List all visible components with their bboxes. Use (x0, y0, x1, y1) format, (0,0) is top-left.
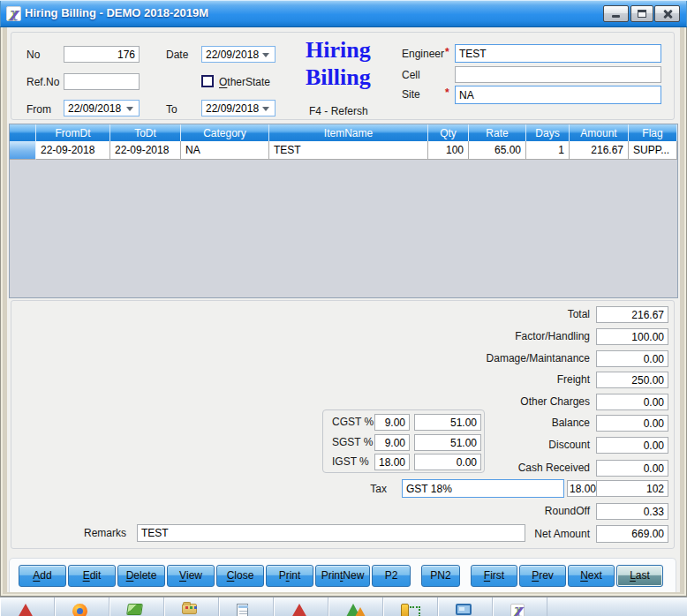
last-button[interactable]: Last (616, 565, 663, 587)
minimize-button[interactable] (603, 5, 629, 22)
taskbar-item-red-triangle-2[interactable] (274, 597, 328, 616)
items-grid[interactable]: FromDtToDtCategoryItemNameQtyRateDaysAmo… (9, 124, 678, 298)
column-header-flag[interactable]: Flag (629, 124, 677, 141)
taskbar-item-red-triangle[interactable] (0, 597, 55, 616)
damage-maintanance-field[interactable]: 0.00 (596, 350, 668, 367)
close-button[interactable] (654, 5, 680, 22)
app-name-text: Hiring Billing (306, 36, 371, 91)
site-field[interactable]: NA (455, 86, 661, 104)
print-button[interactable]: Print (266, 565, 313, 587)
column-header-rate[interactable]: Rate (469, 124, 526, 141)
to-value: 22/09/2018 (206, 102, 259, 115)
net-amount-label: Net Amount (422, 528, 590, 540)
from-label: From (26, 103, 51, 116)
from-value: 22/09/2018 (68, 102, 123, 115)
cell-amount[interactable]: 216.67 (570, 141, 629, 160)
grid-select-all-cell[interactable] (10, 124, 36, 141)
cell-rate[interactable]: 65.00 (469, 141, 526, 160)
taskbar-item-firefox[interactable] (55, 597, 109, 616)
remarks-label: Remarks (78, 527, 126, 539)
taskbar-item-display[interactable] (438, 597, 493, 616)
next-button[interactable]: Next (568, 565, 615, 587)
from-combobox[interactable]: 22/09/2018 (64, 100, 140, 116)
delete-button[interactable]: Delete (117, 565, 165, 587)
column-header-fromdt[interactable]: FromDt (36, 124, 110, 141)
chi-app-icon (510, 604, 525, 616)
taskbar[interactable] (0, 597, 687, 616)
cell-field[interactable] (455, 66, 661, 83)
cell-fromdt[interactable]: 22-09-2018 (36, 141, 110, 160)
net-amount-field[interactable]: 669.00 (596, 525, 668, 543)
taskbar-item-chart[interactable] (328, 597, 383, 616)
otherstate-checkbox[interactable] (201, 75, 214, 87)
cgst-rate-field[interactable]: 9.00 (374, 414, 410, 431)
other-charges-field[interactable]: 0.00 (596, 394, 668, 410)
total-field[interactable]: 216.67 (596, 306, 668, 323)
discount-field[interactable]: 0.00 (596, 437, 668, 454)
refno-label: Ref.No (26, 76, 59, 88)
view-button[interactable]: View (167, 565, 215, 587)
taskbar-item-measure[interactable] (383, 597, 438, 616)
otherstate-label[interactable]: OtherState (219, 76, 270, 88)
close-button[interactable]: Close (216, 565, 264, 587)
freight-field[interactable]: 250.00 (596, 372, 668, 388)
action-button-bar: AddEditDeleteViewClosePrintPrint NewP2PN… (9, 558, 676, 592)
tax-amount-field[interactable]: 102 (596, 480, 668, 497)
column-header-category[interactable]: Category (181, 124, 269, 141)
prev-button[interactable]: Prev (519, 565, 566, 587)
print-new-button[interactable]: Print New (315, 565, 370, 587)
igst-amount-field[interactable]: 0.00 (414, 454, 481, 470)
balance-field[interactable]: 0.00 (596, 415, 668, 432)
cgst-amount-field[interactable]: 51.00 (414, 414, 481, 431)
sgst-amount-field[interactable]: 51.00 (414, 434, 481, 451)
column-header-days[interactable]: Days (526, 124, 570, 141)
tax-rate-field[interactable]: 18.00 (567, 480, 599, 497)
to-combobox[interactable]: 22/09/2018 (201, 100, 276, 116)
cell-itemname[interactable]: TEST (269, 141, 428, 160)
date-combobox[interactable]: 22/09/2018 (201, 46, 276, 63)
close-icon (662, 9, 673, 19)
cgst-label: CGST % (332, 416, 374, 428)
chevron-down-icon (262, 53, 269, 61)
taskbar-item-folder-files[interactable] (164, 597, 219, 616)
cell-days[interactable]: 1 (526, 141, 570, 160)
no-field[interactable]: 176 (64, 46, 140, 63)
cell-flag[interactable]: SUPP... (629, 141, 677, 160)
cell-category[interactable]: NA (181, 141, 269, 160)
refno-field[interactable] (64, 73, 140, 90)
display-icon (456, 604, 472, 615)
title-bar[interactable]: Hiring Billing - DEMO 2018-2019M (0, 0, 687, 27)
factor-handling-field[interactable]: 100.00 (596, 328, 668, 345)
chevron-down-icon (262, 107, 269, 115)
refresh-hint: F4 - Refersh (309, 105, 368, 117)
edit-button[interactable]: Edit (68, 565, 116, 587)
first-button[interactable]: First (471, 565, 517, 587)
roundoff-field[interactable]: 0.33 (596, 503, 668, 520)
pn2-button[interactable]: PN2 (421, 565, 460, 587)
cell-todt[interactable]: 22-09-2018 (110, 141, 181, 160)
sgst-rate-field[interactable]: 9.00 (374, 434, 410, 451)
app-window: Hiring Billing - DEMO 2018-2019M No 176 … (0, 0, 687, 597)
row-selector[interactable] (10, 141, 36, 160)
taskbar-item-chi-app[interactable] (493, 597, 547, 616)
add-button[interactable]: Add (19, 565, 66, 587)
column-header-todt[interactable]: ToDt (110, 124, 181, 141)
taskbar-item-green-share[interactable] (109, 597, 164, 616)
igst-rate-field[interactable]: 18.00 (374, 454, 410, 470)
p2-button[interactable]: P2 (372, 565, 411, 587)
gst-groupbox: CGST % 9.00 51.00 SGST % 9.00 51.00 IGST… (322, 409, 485, 473)
tax-combobox[interactable]: GST 18% (402, 479, 564, 498)
date-label: Date (166, 49, 188, 61)
engineer-field[interactable]: TEST (455, 44, 661, 63)
freight-label: Freight (422, 373, 590, 386)
column-header-amount[interactable]: Amount (570, 124, 629, 141)
taskbar-item-notepad[interactable] (219, 597, 274, 616)
column-header-itemname[interactable]: ItemName (269, 124, 428, 141)
cash-received-field[interactable]: 0.00 (596, 460, 668, 477)
app-name-line1: Hiring (306, 36, 371, 64)
table-row[interactable]: 22-09-201822-09-2018NATEST10065.001216.6… (10, 141, 677, 160)
restore-button[interactable] (630, 5, 653, 22)
restore-icon (638, 10, 646, 18)
cell-qty[interactable]: 100 (428, 141, 469, 160)
column-header-qty[interactable]: Qty (428, 124, 469, 141)
